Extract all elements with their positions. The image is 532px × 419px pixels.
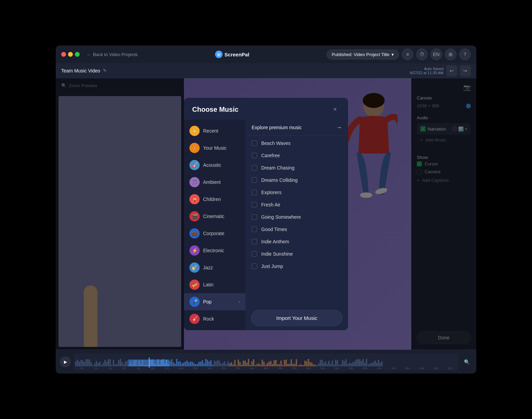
category-icon-recent: ★ <box>189 126 200 136</box>
music-checkbox-fresh-air[interactable] <box>252 202 257 207</box>
music-item-going-somewhere[interactable]: Going Somewhere <box>245 211 348 223</box>
language-button[interactable]: EN <box>430 49 442 60</box>
category-item-latin[interactable]: 🎺Latin <box>184 276 245 293</box>
timeline-bar <box>209 362 210 366</box>
category-icon-acoustic: 🎸 <box>189 160 200 170</box>
music-item-explorers[interactable]: Explorers <box>245 186 348 199</box>
timeline-bar <box>203 363 205 366</box>
music-checkbox-dreams-colliding[interactable] <box>252 177 257 183</box>
music-item-carefree[interactable]: Carefree <box>245 149 348 162</box>
music-checkbox-carefree[interactable] <box>252 153 257 158</box>
edit-title-icon[interactable]: ✎ <box>103 68 107 73</box>
music-checkbox-explorers[interactable] <box>252 190 257 195</box>
timeline-bar <box>185 362 186 366</box>
music-checkbox-going-somewhere[interactable] <box>252 214 257 220</box>
timeline-timestamp: 28s <box>273 367 287 370</box>
music-checkbox-beach-waves[interactable] <box>252 140 257 146</box>
minimize-window-button[interactable] <box>68 52 73 57</box>
back-button[interactable]: ← Back to Video Projects <box>87 52 138 57</box>
lang-label: EN <box>433 52 439 57</box>
category-item-recent[interactable]: ★Recent <box>184 122 245 139</box>
timeline-bar <box>352 362 354 366</box>
timeline-bar <box>120 359 121 366</box>
music-checkbox-just-jump[interactable] <box>252 263 257 269</box>
timeline-bar <box>169 361 171 366</box>
category-item-electronic[interactable]: ⚡Electronic <box>184 242 245 259</box>
timeline-bar <box>371 363 372 366</box>
timeline-timestamp: 44s <box>386 367 400 370</box>
category-icon-corporate: 💼 <box>189 228 200 239</box>
music-item-just-jump[interactable]: Just Jump <box>245 260 348 272</box>
undo-button[interactable]: ↩ <box>446 65 457 76</box>
timeline-timestamp: 48s <box>415 367 429 370</box>
timeline-timestamp: 4s <box>103 367 117 370</box>
timeline-timestamp: 16s <box>188 367 202 370</box>
app-center: ◎ ScreenPal <box>142 51 323 58</box>
music-item-fresh-air[interactable]: Fresh Air <box>245 199 348 211</box>
back-label: Back to Video Projects <box>93 52 138 57</box>
explore-text: Explore premium music <box>252 125 302 130</box>
music-item-dream-chasing[interactable]: Dream Chasing <box>245 162 348 174</box>
timeline-bar <box>97 363 99 366</box>
category-item-your-music[interactable]: ♪Your Music <box>184 139 245 157</box>
music-label-indie-sunshine: Indie Sunshine <box>261 251 293 257</box>
history-button[interactable]: ⏱ <box>416 49 428 60</box>
category-icon-jazz: 🎷 <box>189 262 200 273</box>
timeline-bar <box>256 364 258 366</box>
timeline-bar <box>75 361 77 366</box>
music-item-indie-anthem[interactable]: Indie Anthem <box>245 235 348 248</box>
category-item-acoustic[interactable]: 🎸Acoustic <box>184 157 245 174</box>
music-item-good-times[interactable]: Good Times <box>245 223 348 235</box>
timeline-search-button[interactable]: 🔍 <box>461 356 472 367</box>
music-checkbox-indie-sunshine[interactable] <box>252 251 257 257</box>
timeline-timestamp: 18s <box>202 367 216 370</box>
timeline-bar <box>202 360 203 366</box>
redo-button[interactable]: ↪ <box>460 65 471 76</box>
timeline-bar <box>176 359 177 366</box>
help-button[interactable]: ? <box>459 49 471 60</box>
music-checkbox-good-times[interactable] <box>252 227 257 232</box>
category-item-jazz[interactable]: 🎷Jazz <box>184 259 245 276</box>
music-item-beach-waves[interactable]: Beach Waves <box>245 137 348 149</box>
category-item-ambient[interactable]: 🎵Ambient <box>184 174 245 191</box>
timeline-bar <box>195 364 196 366</box>
music-item-indie-sunshine[interactable]: Indie Sunshine <box>245 248 348 260</box>
layers-button[interactable]: ⊞ <box>445 49 456 60</box>
category-item-pop[interactable]: 🎤Pop› <box>184 293 245 310</box>
timeline-bar <box>291 359 292 366</box>
music-label-good-times: Good Times <box>261 227 287 232</box>
music-checkbox-dream-chasing[interactable] <box>252 165 257 171</box>
subtitles-button[interactable]: ≡ <box>402 49 413 60</box>
maximize-window-button[interactable] <box>75 52 80 57</box>
category-item-rock[interactable]: 🎸Rock <box>184 310 245 327</box>
timeline[interactable]: 0s2s4s6s8s10s12s14s16s18s20s22s24s26s28s… <box>74 353 458 370</box>
timeline-bar <box>366 359 367 366</box>
timeline-bar <box>231 362 232 366</box>
category-icon-rock: 🎸 <box>189 314 200 324</box>
category-arrow-icon: › <box>239 299 240 304</box>
timeline-timestamp: 52s <box>443 367 457 370</box>
timeline-bar <box>267 363 268 366</box>
timeline-timestamp: 6s <box>117 367 131 370</box>
modal-close-button[interactable]: × <box>330 105 340 114</box>
timeline-bar <box>321 360 323 366</box>
timeline-timestamp: 36s <box>330 367 344 370</box>
music-checkbox-indie-anthem[interactable] <box>252 239 257 244</box>
explore-banner[interactable]: Explore premium music → <box>245 120 348 136</box>
timeline-bar <box>308 359 309 366</box>
editor-area: 🔍 Zoom Preview <box>56 78 476 350</box>
timeline-bar <box>215 361 217 366</box>
import-music-button[interactable]: Import Your Music <box>251 310 343 326</box>
category-item-children[interactable]: 🎪Children <box>184 191 245 208</box>
music-item-dreams-colliding[interactable]: Dreams Colliding <box>245 174 348 186</box>
publish-label: Published: Video Project Title <box>332 52 389 57</box>
publish-button[interactable]: Published: Video Project Title ▾ <box>327 50 399 59</box>
timeline-bar <box>354 361 355 366</box>
play-button[interactable]: ▶ <box>60 356 71 367</box>
timeline-bar <box>292 364 294 366</box>
auto-saved-date: 9/27/22 at 11:35 AM <box>410 71 443 75</box>
category-item-cinematic[interactable]: 🎬Cinematic <box>184 208 245 225</box>
timeline-bar <box>181 363 183 366</box>
close-window-button[interactable] <box>61 52 66 57</box>
category-item-corporate[interactable]: 💼Corporate <box>184 225 245 242</box>
